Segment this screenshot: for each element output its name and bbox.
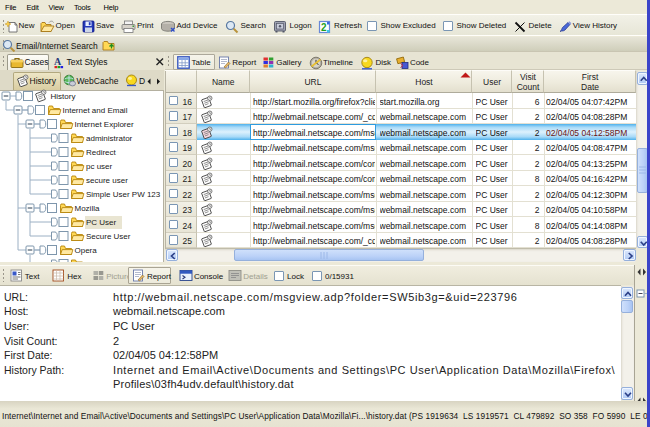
svg-text:2: 2 <box>321 22 327 33</box>
svg-text:A: A <box>54 56 62 67</box>
